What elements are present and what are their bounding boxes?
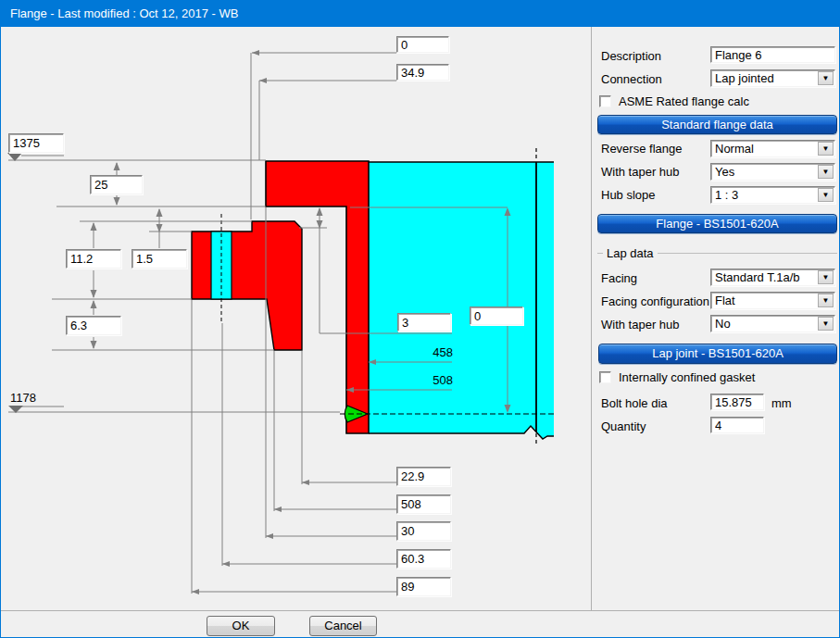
ok-button[interactable]: OK <box>207 616 275 636</box>
asme-rated-checkbox[interactable] <box>599 95 611 107</box>
connection-value: Lap jointed <box>711 71 818 85</box>
cancel-button[interactable]: Cancel <box>309 616 377 636</box>
dim-input-3[interactable] <box>397 313 451 332</box>
dim-label-1178: 1178 <box>10 391 36 405</box>
reverse-flange-select[interactable]: Normal ▼ <box>710 140 835 157</box>
chevron-down-icon[interactable]: ▼ <box>818 142 834 156</box>
chevron-down-icon[interactable]: ▼ <box>818 188 834 202</box>
with-taper-hub-label: With taper hub <box>601 165 680 179</box>
facing-configuration-value: Flat <box>711 294 818 307</box>
dim-input-89[interactable] <box>396 577 451 596</box>
facing-label: Facing <box>601 271 637 285</box>
hub-slope-value: 1 : 3 <box>711 188 818 202</box>
lap-stub-section <box>192 214 302 350</box>
facing-select[interactable]: Standard T.1a/b ▼ <box>710 269 835 286</box>
reverse-flange-label: Reverse flange <box>601 142 682 156</box>
facing-configuration-label: Facing configuration <box>601 294 709 308</box>
bolt-hole-dia-label: Bolt hole dia <box>601 396 668 410</box>
facing-configuration-select[interactable]: Flat ▼ <box>710 292 835 309</box>
dim-label-508: 508 <box>433 373 453 387</box>
dialog-footer: OK Cancel <box>1 610 840 638</box>
dim-input-60-3[interactable] <box>396 549 451 569</box>
dim-input-25[interactable] <box>90 175 143 194</box>
dim-input-30[interactable] <box>396 521 451 541</box>
dim-input-1-5[interactable] <box>132 249 187 269</box>
dim-input-34-9[interactable] <box>396 64 449 81</box>
dim-input-22-9[interactable] <box>396 467 451 486</box>
dim-input-6-3[interactable] <box>66 316 121 335</box>
description-input[interactable] <box>710 46 835 63</box>
dim-input-11-2[interactable] <box>66 249 121 269</box>
bolt-hole-dia-input[interactable] <box>710 394 764 410</box>
lap-with-taper-hub-label: With taper hub <box>601 318 680 332</box>
panel-divider <box>591 27 592 610</box>
flange-drawing: 1178 458 508 <box>1 1 591 610</box>
lap-with-taper-hub-select[interactable]: No ▼ <box>710 315 835 332</box>
reverse-flange-value: Normal <box>711 142 818 156</box>
bolt-hole-dia-unit: mm <box>771 396 792 410</box>
facing-value: Standard T.1a/b <box>711 270 818 284</box>
standard-flange-data-button[interactable]: Standard flange data <box>597 115 837 134</box>
connection-select[interactable]: Lap jointed ▼ <box>710 69 835 87</box>
with-taper-hub-select[interactable]: Yes ▼ <box>710 163 835 181</box>
quantity-input[interactable] <box>710 417 764 433</box>
lap-with-taper-hub-value: No <box>711 317 818 331</box>
flange-dialog: Flange - Last modified : Oct 12, 2017 - … <box>0 0 840 638</box>
dim-label-458: 458 <box>433 345 453 359</box>
hub-slope-label: Hub slope <box>601 188 656 202</box>
chevron-down-icon[interactable]: ▼ <box>818 270 834 284</box>
with-taper-hub-value: Yes <box>711 165 818 179</box>
description-label: Description <box>601 49 661 63</box>
asme-rated-label: ASME Rated flange calc <box>619 94 749 108</box>
connection-label: Connection <box>601 72 662 86</box>
chevron-down-icon[interactable]: ▼ <box>818 317 834 331</box>
chevron-down-icon[interactable]: ▼ <box>818 165 834 179</box>
lap-data-group-title: Lap data <box>603 246 658 260</box>
dim-input-1375[interactable] <box>8 133 64 153</box>
dim-input-inner-0[interactable] <box>470 306 523 325</box>
pipe-section <box>369 148 554 446</box>
chevron-down-icon[interactable]: ▼ <box>818 71 834 85</box>
internally-confined-gasket-checkbox[interactable] <box>599 371 611 383</box>
datum-markers <box>7 153 23 413</box>
hub-slope-select[interactable]: 1 : 3 ▼ <box>710 186 835 204</box>
chevron-down-icon[interactable]: ▼ <box>818 294 834 307</box>
lap-joint-material-button[interactable]: Lap joint - BS1501-620A <box>598 344 837 364</box>
dim-input-508[interactable] <box>396 494 451 514</box>
internally-confined-gasket-label: Internally confined gasket <box>619 370 755 384</box>
dim-input-top-offset[interactable] <box>396 36 449 53</box>
quantity-label: Quantity <box>601 419 646 433</box>
flange-material-button[interactable]: Flange - BS1501-620A <box>597 214 837 233</box>
